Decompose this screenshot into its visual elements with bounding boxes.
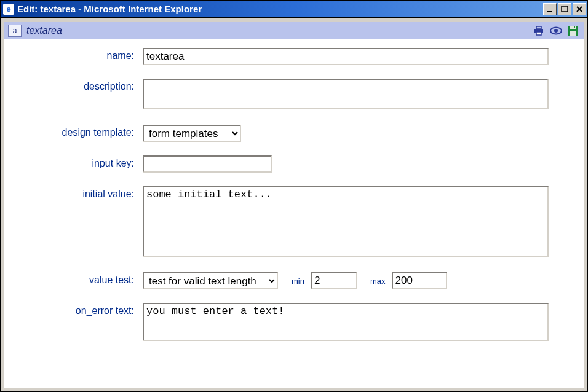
label-description: description:	[10, 79, 143, 92]
print-button[interactable]	[532, 25, 546, 37]
form-toolbar-icons	[532, 25, 580, 37]
ie-icon: e	[3, 4, 14, 15]
label-on-error: on_error text:	[10, 303, 143, 316]
form-body: name: description: design template: form…	[4, 39, 584, 365]
svg-rect-1	[562, 6, 568, 12]
svg-rect-11	[570, 31, 576, 36]
label-initial-value: initial value:	[10, 186, 143, 200]
preview-button[interactable]	[549, 25, 563, 37]
label-design-template: design template:	[10, 125, 143, 138]
window-controls	[543, 3, 586, 15]
close-icon	[576, 6, 583, 13]
maximize-button[interactable]	[558, 3, 571, 15]
disk-icon	[568, 25, 579, 36]
svg-rect-0	[547, 11, 552, 12]
close-button[interactable]	[573, 3, 586, 15]
on-error-textarea[interactable]	[143, 303, 549, 341]
label-min: min	[292, 276, 304, 286]
eye-icon	[549, 26, 563, 36]
min-input[interactable]	[311, 272, 357, 289]
max-input[interactable]	[392, 272, 447, 289]
maximize-icon	[561, 6, 568, 13]
label-max: max	[370, 276, 386, 286]
form-title: textarea	[26, 25, 532, 36]
design-template-select[interactable]: form templates	[143, 125, 241, 142]
value-test-select[interactable]: test for valid text length	[143, 272, 278, 289]
description-textarea[interactable]	[143, 79, 549, 109]
minimize-button[interactable]	[543, 3, 557, 15]
value-test-row: test for valid text length min max	[143, 272, 568, 289]
svg-rect-5	[536, 26, 541, 29]
window-title: Edit: textarea - Microsoft Internet Expl…	[17, 4, 543, 14]
svg-point-8	[554, 29, 558, 33]
save-button[interactable]	[566, 25, 580, 37]
svg-rect-6	[536, 32, 541, 35]
browser-window: e Edit: textarea - Microsoft Internet Ex…	[0, 0, 588, 392]
svg-rect-10	[570, 26, 576, 29]
form-header: a textarea	[4, 22, 584, 39]
label-name: name:	[10, 48, 143, 61]
svg-rect-12	[574, 26, 575, 28]
name-input[interactable]	[143, 48, 549, 65]
initial-value-textarea[interactable]	[143, 186, 549, 257]
label-value-test: value test:	[10, 272, 143, 286]
minimize-icon	[546, 6, 554, 13]
print-icon	[533, 25, 545, 36]
textfield-icon: a	[8, 25, 22, 37]
window-titlebar: e Edit: textarea - Microsoft Internet Ex…	[1, 1, 587, 18]
input-key-input[interactable]	[143, 155, 272, 173]
content-frame: a textarea	[4, 22, 584, 388]
label-input-key: input key:	[10, 155, 143, 169]
